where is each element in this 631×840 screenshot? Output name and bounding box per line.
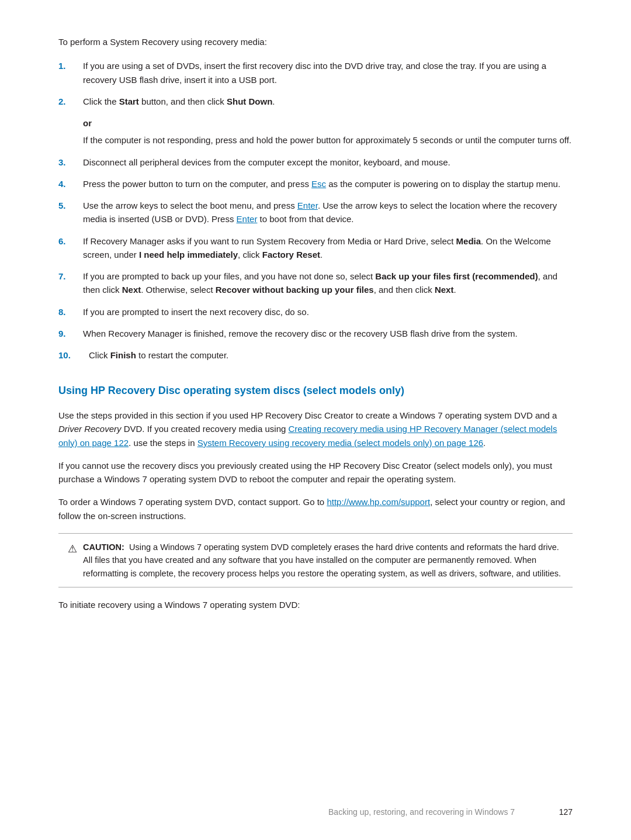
- step-7: 7. If you are prompted to back up your f…: [58, 269, 573, 297]
- step-3: 3. Disconnect all peripheral devices fro…: [58, 155, 573, 169]
- section-para-2: If you cannot use the recovery discs you…: [58, 459, 573, 486]
- step-2: 2. Click the Start button, and then clic…: [58, 95, 573, 108]
- step-9-content: When Recovery Manager is finished, remov…: [83, 327, 573, 340]
- caution-text: CAUTION: Using a Windows 7 operating sys…: [83, 541, 563, 580]
- step-3-content: Disconnect all peripheral devices from t…: [83, 155, 573, 169]
- start-bold: Start: [119, 96, 139, 106]
- step-4-content: Press the power button to turn on the co…: [83, 177, 573, 191]
- step-5-num: 5.: [58, 199, 83, 212]
- next-bold-2: Next: [435, 285, 454, 295]
- step-1-num: 1.: [58, 59, 83, 72]
- step-2-content: Click the Start button, and then click S…: [83, 95, 573, 108]
- or-block-item: or If the computer is not responding, pr…: [83, 116, 573, 147]
- page: To perform a System Recovery using recov…: [0, 0, 631, 840]
- hp-support-link[interactable]: http://www.hp.com/support: [327, 497, 430, 507]
- footer-page-number: 127: [559, 806, 573, 819]
- next-bold-1: Next: [122, 285, 141, 295]
- enter-link-2[interactable]: Enter: [237, 214, 258, 224]
- or-label: or: [83, 116, 573, 130]
- finish-bold: Finish: [110, 350, 136, 360]
- step-8-content: If you are prompted to insert the next r…: [83, 305, 573, 319]
- step-9: 9. When Recovery Manager is finished, re…: [58, 327, 573, 340]
- step-8-num: 8.: [58, 305, 83, 319]
- or-text: If the computer is not responding, press…: [83, 133, 573, 147]
- step-2-num: 2.: [58, 95, 83, 108]
- step-10-content: Click Finish to restart the computer.: [89, 348, 573, 362]
- caution-body: Using a Windows 7 operating system DVD c…: [83, 542, 561, 578]
- footer-chapter: Backing up, restoring, and recovering in…: [328, 806, 515, 819]
- step-7-num: 7.: [58, 269, 83, 283]
- step-7-content: If you are prompted to back up your file…: [83, 269, 573, 297]
- backup-bold: Back up your files first (recommended): [375, 271, 538, 281]
- recover-without-bold: Recover without backing up your files: [216, 285, 374, 295]
- enter-link-1[interactable]: Enter: [297, 201, 318, 210]
- step-6-num: 6.: [58, 234, 83, 248]
- step-1-content: If you are using a set of DVDs, insert t…: [83, 59, 573, 87]
- step-5-content: Use the arrow keys to select the boot me…: [83, 199, 573, 226]
- media-bold: Media: [456, 236, 481, 246]
- step-8: 8. If you are prompted to insert the nex…: [58, 305, 573, 319]
- step-4-num: 4.: [58, 177, 83, 191]
- caution-icon: ⚠: [68, 541, 77, 558]
- need-help-bold: I need help immediately: [139, 250, 238, 260]
- section-heading: Using HP Recovery Disc operating system …: [58, 383, 573, 399]
- shutdown-bold: Shut Down: [227, 96, 272, 106]
- section-para-3: To order a Windows 7 operating system DV…: [58, 495, 573, 523]
- step-4: 4. Press the power button to turn on the…: [58, 177, 573, 191]
- footer: Backing up, restoring, and recovering in…: [328, 806, 573, 819]
- driver-recovery-italic: Driver Recovery: [58, 424, 122, 434]
- factory-reset-bold: Factory Reset: [262, 250, 320, 260]
- step-9-num: 9.: [58, 327, 83, 340]
- step-6-content: If Recovery Manager asks if you want to …: [83, 234, 573, 262]
- step-5: 5. Use the arrow keys to select the boot…: [58, 199, 573, 226]
- step-10: 10. Click Finish to restart the computer…: [58, 348, 573, 362]
- system-recovery-link[interactable]: System Recovery using recovery media (se…: [197, 438, 483, 448]
- steps-list: 1. If you are using a set of DVDs, inser…: [58, 59, 573, 362]
- step-6: 6. If Recovery Manager asks if you want …: [58, 234, 573, 262]
- step-10-num: 10.: [58, 348, 89, 362]
- step-1: 1. If you are using a set of DVDs, inser…: [58, 59, 573, 87]
- caution-label: CAUTION:: [83, 542, 124, 552]
- step-3-num: 3.: [58, 155, 83, 169]
- esc-link[interactable]: Esc: [311, 179, 326, 189]
- intro-text: To perform a System Recovery using recov…: [58, 35, 573, 49]
- caution-box: ⚠ CAUTION: Using a Windows 7 operating s…: [58, 533, 573, 587]
- initiate-text: To initiate recovery using a Windows 7 o…: [58, 598, 573, 611]
- footer-separator: [532, 806, 542, 819]
- section-para-1: Use the steps provided in this section i…: [58, 409, 573, 450]
